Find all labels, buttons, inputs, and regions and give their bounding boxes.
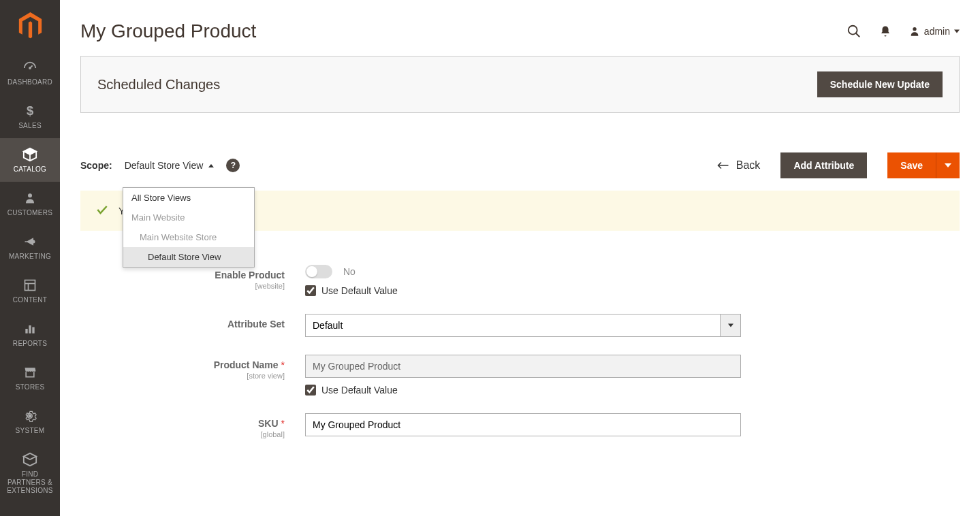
page-title: My Grouped Product (80, 20, 256, 42)
enable-product-use-default-checkbox[interactable] (305, 285, 316, 296)
svg-point-9 (29, 415, 32, 418)
back-button[interactable]: Back (717, 159, 761, 172)
save-button[interactable]: Save (887, 152, 936, 178)
chevron-down-icon (954, 29, 960, 34)
scope-label: Scope: (80, 160, 112, 171)
scope-selector[interactable]: Default Store View (125, 160, 215, 171)
label-col: Product Name* [store view] (80, 355, 305, 380)
product-name-label: Product Name (214, 359, 279, 370)
enable-product-scope: [website] (80, 282, 285, 290)
product-name-use-default-checkbox[interactable] (305, 385, 316, 396)
product-form: Enable Product [website] No Use Default … (80, 258, 960, 463)
svg-point-10 (849, 26, 857, 35)
enable-product-toggle[interactable] (305, 265, 332, 278)
sidebar-item-stores[interactable]: Stores (0, 356, 60, 400)
chart-icon (22, 321, 38, 337)
caret-down-icon (945, 162, 951, 169)
person-icon (22, 190, 38, 206)
arrow-up-icon (208, 164, 214, 167)
svg-rect-3 (25, 280, 35, 291)
scheduled-changes-title: Scheduled Changes (97, 77, 220, 93)
field-product-name: Product Name* [store view] Use Default V… (80, 355, 960, 396)
sku-scope: [global] (80, 430, 285, 438)
magento-logo[interactable] (0, 0, 60, 51)
help-icon[interactable]: ? (226, 159, 240, 172)
svg-rect-6 (25, 329, 27, 334)
enable-product-value: No (343, 266, 355, 277)
toggle-knob (306, 266, 317, 277)
sidebar-item-partners[interactable]: Find Partners & Extensions (0, 443, 60, 463)
enable-product-label: Enable Product (215, 270, 285, 280)
scheduled-changes-panel: Scheduled Changes Schedule New Update (80, 56, 960, 113)
sidebar-item-content[interactable]: Content (0, 269, 60, 312)
svg-point-12 (913, 27, 916, 31)
sidebar-label: Catalog (14, 165, 46, 174)
sidebar-label: Sales (18, 122, 42, 130)
svg-rect-8 (32, 327, 34, 334)
save-dropdown-toggle[interactable] (936, 152, 960, 178)
scope-option-store-view[interactable]: Default Store View (123, 247, 254, 267)
product-name-input[interactable] (305, 355, 741, 378)
sidebar-item-dashboard[interactable]: Dashboard (0, 51, 60, 95)
sidebar-label: Dashboard (7, 78, 52, 86)
sidebar-item-customers[interactable]: Customers (0, 182, 60, 225)
catalog-icon (22, 146, 38, 163)
dollar-icon: $ (22, 103, 38, 119)
content-icon (22, 277, 38, 293)
use-default-label: Use Default Value (321, 385, 398, 396)
sidebar-label: Reports (13, 340, 47, 348)
use-default-row: Use Default Value (305, 385, 741, 396)
control-col (305, 413, 741, 436)
attribute-set-caret[interactable] (721, 314, 741, 337)
field-attribute-set: Attribute Set (80, 314, 960, 337)
add-attribute-button[interactable]: Add Attribute (780, 152, 867, 178)
save-button-group: Save (887, 152, 960, 178)
schedule-new-update-button[interactable]: Schedule New Update (817, 71, 943, 97)
sidebar-item-system[interactable]: System (0, 400, 60, 443)
attribute-set-value[interactable] (305, 314, 721, 337)
sidebar-item-catalog[interactable]: Catalog (0, 138, 60, 182)
check-icon (95, 203, 109, 219)
required-mark: * (281, 359, 285, 370)
user-name: admin (924, 26, 950, 37)
use-default-label: Use Default Value (321, 285, 398, 296)
sidebar-label: System (16, 427, 45, 435)
user-icon (909, 26, 920, 37)
field-sku: SKU* [global] (80, 413, 960, 438)
user-menu[interactable]: admin (909, 26, 960, 37)
admin-sidebar: Dashboard $ Sales Catalog Customers Mark… (0, 0, 60, 463)
attribute-set-select[interactable] (305, 314, 741, 337)
scope-option-all-stores[interactable]: All Store Views (123, 188, 254, 208)
partners-icon (22, 451, 38, 463)
sidebar-item-reports[interactable]: Reports (0, 312, 60, 356)
scope-left: Scope: Default Store View ? All Store Vi… (80, 159, 240, 172)
notification-icon[interactable] (879, 25, 891, 37)
main-content: My Grouped Product admin Scheduled Chang… (60, 0, 980, 463)
label-col: SKU* [global] (80, 413, 305, 438)
sidebar-item-sales[interactable]: $ Sales (0, 95, 60, 138)
svg-text:$: $ (27, 104, 33, 118)
search-icon[interactable] (847, 24, 862, 39)
sku-input[interactable] (305, 413, 741, 436)
sidebar-label: Content (13, 296, 47, 304)
required-mark: * (281, 418, 285, 429)
attribute-set-label: Attribute Set (227, 319, 285, 329)
topbar-actions: admin (847, 24, 960, 39)
sidebar-label: Stores (16, 383, 45, 391)
magento-logo-icon (18, 12, 42, 39)
store-icon (22, 364, 38, 381)
field-enable-product: Enable Product [website] No Use Default … (80, 265, 960, 296)
control-col: Use Default Value (305, 355, 741, 396)
sidebar-item-marketing[interactable]: Marketing (0, 225, 60, 269)
svg-line-11 (856, 33, 860, 37)
scope-option-website: Main Website (123, 208, 254, 227)
dashboard-icon (22, 59, 38, 76)
topbar: My Grouped Product admin (80, 0, 960, 56)
scope-toolbar: Scope: Default Store View ? All Store Vi… (80, 140, 960, 191)
control-col (305, 314, 741, 337)
caret-down-icon (728, 323, 733, 328)
svg-point-2 (28, 193, 32, 197)
scope-selected-value: Default Store View (125, 160, 204, 171)
svg-rect-7 (29, 325, 31, 334)
scope-option-store: Main Website Store (123, 227, 254, 247)
